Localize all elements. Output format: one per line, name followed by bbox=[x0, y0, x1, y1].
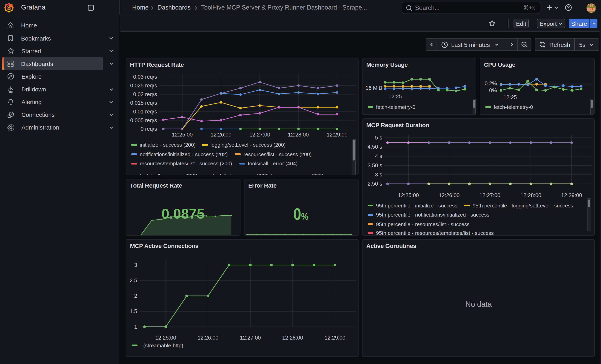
svg-text:12:25:00: 12:25:00 bbox=[155, 334, 176, 341]
svg-text:0.015 req/s: 0.015 req/s bbox=[130, 100, 157, 106]
svg-text:0%: 0% bbox=[489, 87, 497, 93]
svg-text:12:25:00: 12:25:00 bbox=[172, 132, 193, 138]
svg-text:12:28:00: 12:28:00 bbox=[282, 334, 303, 341]
svg-text:5 s: 5 s bbox=[375, 135, 382, 140]
svg-text:12:27:00: 12:27:00 bbox=[479, 192, 500, 198]
svg-text:12:26:00: 12:26:00 bbox=[210, 132, 231, 138]
svg-text:0.02 req/s: 0.02 req/s bbox=[133, 91, 157, 97]
svg-text:12:26:00: 12:26:00 bbox=[438, 192, 459, 198]
svg-text:12:28:00: 12:28:00 bbox=[288, 132, 309, 138]
svg-text:2.5: 2.5 bbox=[130, 277, 137, 283]
svg-text:3: 3 bbox=[134, 262, 137, 268]
svg-text:0.03 req/s: 0.03 req/s bbox=[133, 74, 157, 80]
svg-text:1.5: 1.5 bbox=[130, 308, 137, 314]
svg-text:12:28:00: 12:28:00 bbox=[520, 192, 541, 198]
svg-text:12:29:00: 12:29:00 bbox=[561, 192, 582, 198]
svg-text:4.50 s: 4.50 s bbox=[367, 144, 382, 150]
svg-text:12:25:00: 12:25:00 bbox=[398, 192, 419, 198]
svg-text:1: 1 bbox=[134, 324, 137, 330]
svg-text:12:25: 12:25 bbox=[388, 93, 402, 99]
svg-text:3.50 s: 3.50 s bbox=[367, 162, 382, 168]
svg-text:0.005 req/s: 0.005 req/s bbox=[130, 117, 157, 123]
svg-text:0.025 req/s: 0.025 req/s bbox=[130, 82, 157, 89]
svg-text:0 req/s: 0 req/s bbox=[140, 126, 157, 132]
svg-text:12:26:00: 12:26:00 bbox=[198, 334, 218, 341]
svg-text:12:29:00: 12:29:00 bbox=[325, 334, 345, 341]
svg-text:4 s: 4 s bbox=[375, 153, 382, 159]
svg-text:3 s: 3 s bbox=[375, 171, 382, 177]
svg-text:2.50 s: 2.50 s bbox=[367, 181, 382, 187]
svg-text:2: 2 bbox=[134, 293, 137, 299]
svg-text:12:25: 12:25 bbox=[503, 94, 517, 100]
svg-text:12:27:00: 12:27:00 bbox=[240, 334, 261, 341]
svg-text:12:27:00: 12:27:00 bbox=[249, 132, 270, 138]
svg-text:16 MiB: 16 MiB bbox=[365, 85, 382, 91]
svg-text:0.2%: 0.2% bbox=[484, 80, 497, 86]
svg-text:12:29:00: 12:29:00 bbox=[327, 132, 347, 138]
svg-text:0.01 req/s: 0.01 req/s bbox=[133, 108, 157, 114]
